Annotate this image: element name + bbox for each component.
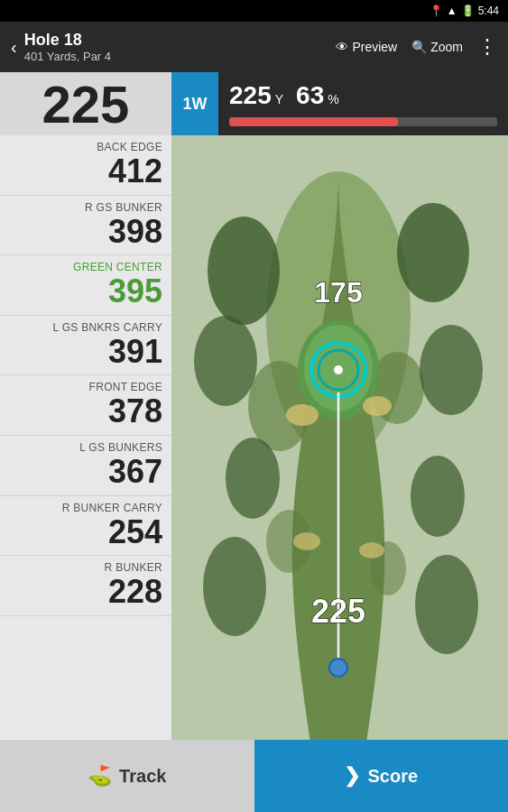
track-label: Track xyxy=(119,766,166,787)
score-chevron-icon: ❯ xyxy=(344,764,360,788)
distance-label-1: R GS Bunker xyxy=(0,201,162,214)
distance-value-2: 395 xyxy=(0,273,162,309)
zoom-label: Zoom xyxy=(430,40,463,54)
svg-point-8 xyxy=(194,316,257,406)
distance-value-3: 391 xyxy=(0,334,162,370)
distance-value-6: 254 xyxy=(0,514,162,550)
hole-info: Hole 18 401 Yards, Par 4 xyxy=(24,31,111,63)
eye-icon: 👁 xyxy=(336,40,348,54)
status-bar: 📍 ▲ 🔋 5:44 xyxy=(0,0,508,22)
header-left: ‹ Hole 18 401 Yards, Par 4 xyxy=(11,31,111,63)
svg-text:175: 175 xyxy=(314,276,362,309)
distance-item-3: L GS Bnkrs Carry 391 xyxy=(0,316,171,376)
svg-point-26 xyxy=(293,532,320,550)
status-icons: 📍 ▲ 🔋 5:44 xyxy=(429,5,499,17)
svg-point-24 xyxy=(286,404,319,426)
preview-button[interactable]: 👁 Preview xyxy=(336,40,397,54)
svg-point-13 xyxy=(411,456,465,537)
main-content: BACK EDGE 412 R GS Bunker 398 GREEN CENT… xyxy=(0,135,508,749)
svg-text:225: 225 xyxy=(311,593,365,630)
hole-map-svg: 175 225 xyxy=(171,135,508,749)
distance-item-7: R Bunker 228 xyxy=(0,556,171,616)
hole-title: Hole 18 xyxy=(24,31,111,50)
distance-item-0: BACK EDGE 412 xyxy=(0,135,171,196)
distance-label-0: BACK EDGE xyxy=(0,141,162,153)
distance-item-2: GREEN CENTER 395 xyxy=(0,255,171,316)
distance-value-0: 412 xyxy=(0,153,162,189)
score-label: Score xyxy=(367,766,418,787)
distance-value-1: 398 xyxy=(0,214,162,250)
progress-bar-bg xyxy=(229,117,497,126)
preview-label: Preview xyxy=(352,40,397,54)
wifi-icon: ▲ xyxy=(447,5,457,17)
distances-panel: BACK EDGE 412 R GS Bunker 398 GREEN CENT… xyxy=(0,135,171,749)
svg-point-10 xyxy=(203,537,266,636)
distance-item-4: FRONT EDGE 378 xyxy=(0,375,171,436)
main-distance-display: 225 xyxy=(0,72,171,135)
distance-label-7: R Bunker xyxy=(0,561,162,574)
distance-value-5: 367 xyxy=(0,454,162,490)
distance-value-7: 228 xyxy=(0,574,162,610)
score-button[interactable]: ❯ Score xyxy=(254,740,509,812)
back-button[interactable]: ‹ xyxy=(11,37,17,58)
yards-progress-section: 225 Y 63 % xyxy=(218,72,508,135)
yards-unit: Y xyxy=(275,92,283,106)
club-name: 1W xyxy=(183,95,208,114)
yards-value: 225 xyxy=(229,81,272,110)
svg-point-27 xyxy=(359,542,384,558)
svg-point-7 xyxy=(208,217,280,325)
svg-point-11 xyxy=(397,203,469,302)
club-bar: 225 1W 225 Y 63 % xyxy=(0,72,508,135)
more-menu-button[interactable]: ⋮ xyxy=(477,35,497,59)
header-right: 👁 Preview 🔍 Zoom ⋮ xyxy=(336,35,497,59)
location-icon: 📍 xyxy=(429,5,443,17)
distance-label-3: L GS Bnkrs Carry xyxy=(0,321,162,334)
track-icon: ⛳ xyxy=(88,764,112,788)
distance-item-1: R GS Bunker 398 xyxy=(0,196,171,256)
bottom-bar: ⛳ Track ❯ Score xyxy=(0,740,508,812)
zoom-icon: 🔍 xyxy=(411,40,427,54)
distance-label-4: FRONT EDGE xyxy=(0,381,162,393)
club-badge[interactable]: 1W xyxy=(171,72,218,135)
distance-item-6: R Bunker Carry 254 xyxy=(0,496,171,557)
pct-unit: % xyxy=(328,92,338,106)
distance-value-4: 378 xyxy=(0,393,162,429)
svg-point-21 xyxy=(329,659,347,677)
distance-item-5: L GS Bunkers 367 xyxy=(0,436,171,496)
svg-point-25 xyxy=(363,396,392,416)
track-button[interactable]: ⛳ Track xyxy=(0,740,254,812)
main-distance-value: 225 xyxy=(42,74,130,134)
yards-pct-row: 225 Y 63 % xyxy=(229,81,497,110)
zoom-button[interactable]: 🔍 Zoom xyxy=(411,40,463,54)
svg-point-9 xyxy=(226,438,280,519)
hole-map: 175 225 xyxy=(171,135,508,749)
pct-value: 63 xyxy=(296,81,324,110)
time-display: 5:44 xyxy=(478,5,499,17)
progress-bar-fill xyxy=(229,117,398,126)
distance-label-2: GREEN CENTER xyxy=(0,261,162,273)
distance-label-5: L GS Bunkers xyxy=(0,441,162,454)
hole-subtitle: 401 Yards, Par 4 xyxy=(24,50,111,63)
app-header: ‹ Hole 18 401 Yards, Par 4 👁 Preview 🔍 Z… xyxy=(0,22,508,72)
svg-point-12 xyxy=(420,325,483,415)
distance-label-6: R Bunker Carry xyxy=(0,502,162,514)
svg-point-19 xyxy=(334,365,343,374)
svg-point-14 xyxy=(415,555,478,654)
battery-icon: 🔋 xyxy=(461,5,475,17)
